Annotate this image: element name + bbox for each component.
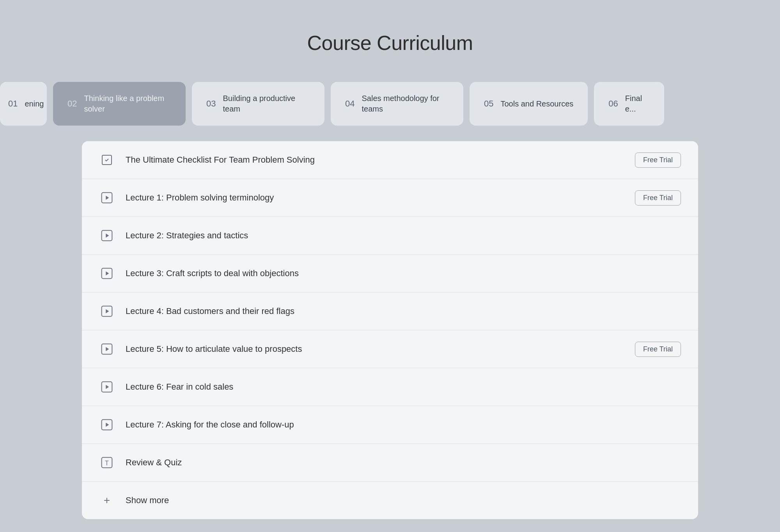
play-icon-3 bbox=[99, 266, 115, 281]
tab-01[interactable]: 01 ening bbox=[0, 82, 47, 126]
row-lecture-3-text: Lecture 3: Craft scripts to deal with ob… bbox=[126, 268, 681, 278]
play-icon-7 bbox=[99, 417, 115, 433]
svg-marker-14 bbox=[106, 423, 109, 427]
row-lecture-4-text: Lecture 4: Bad customers and their red f… bbox=[126, 306, 681, 316]
row-checklist-text: The Ultimate Checklist For Team Problem … bbox=[126, 155, 627, 165]
tab-02[interactable]: 02 Thinking like a problem solver bbox=[53, 82, 186, 126]
row-lecture-2-text: Lecture 2: Strategies and tactics bbox=[126, 231, 681, 241]
row-lecture-1: Lecture 1: Problem solving terminology F… bbox=[82, 179, 698, 217]
play-icon-1 bbox=[99, 190, 115, 206]
tab-02-label: Thinking like a problem solver bbox=[84, 93, 171, 114]
row-lecture-7: Lecture 7: Asking for the close and foll… bbox=[82, 406, 698, 444]
row-checklist: The Ultimate Checklist For Team Problem … bbox=[82, 141, 698, 179]
quiz-icon: T bbox=[99, 455, 115, 470]
tab-04[interactable]: 04 Sales methodology for teams bbox=[331, 82, 463, 126]
play-icon-5 bbox=[99, 341, 115, 357]
document-icon bbox=[99, 152, 115, 168]
row-lecture-3: Lecture 3: Craft scripts to deal with ob… bbox=[82, 255, 698, 293]
tab-01-number: 01 bbox=[8, 99, 18, 109]
show-more-row[interactable]: + Show more bbox=[82, 482, 698, 519]
free-trial-button-lecture-5[interactable]: Free Trial bbox=[635, 342, 681, 357]
svg-marker-12 bbox=[106, 385, 109, 389]
tab-03-label: Building a productive team bbox=[223, 93, 310, 114]
tab-02-number: 02 bbox=[67, 99, 77, 109]
tab-05-number: 05 bbox=[484, 99, 493, 109]
page-container: Course Curriculum 01 ening 02 Thinking l… bbox=[0, 0, 780, 519]
free-trial-button-checklist[interactable]: Free Trial bbox=[635, 153, 681, 168]
svg-text:T: T bbox=[105, 460, 109, 466]
tab-03[interactable]: 03 Building a productive team bbox=[192, 82, 324, 126]
row-quiz-text: Review & Quiz bbox=[126, 458, 681, 468]
free-trial-button-lecture-1[interactable]: Free Trial bbox=[635, 190, 681, 206]
page-title: Course Curriculum bbox=[307, 31, 473, 55]
row-lecture-1-text: Lecture 1: Problem solving terminology bbox=[126, 193, 627, 203]
tab-05-label: Tools and Resources bbox=[500, 99, 573, 109]
row-lecture-2: Lecture 2: Strategies and tactics bbox=[82, 217, 698, 255]
row-lecture-7-text: Lecture 7: Asking for the close and foll… bbox=[126, 420, 681, 430]
play-icon-2 bbox=[99, 228, 115, 243]
tab-01-label: ening bbox=[25, 99, 44, 109]
row-quiz: T Review & Quiz bbox=[82, 444, 698, 482]
row-lecture-5: Lecture 5: How to articulate value to pr… bbox=[82, 330, 698, 368]
svg-marker-4 bbox=[106, 234, 109, 238]
tab-06-number: 06 bbox=[608, 99, 618, 109]
row-lecture-6-text: Lecture 6: Fear in cold sales bbox=[126, 382, 681, 392]
play-icon-6 bbox=[99, 379, 115, 395]
svg-marker-10 bbox=[106, 347, 109, 351]
tab-06-label: Final e... bbox=[625, 93, 650, 114]
tab-04-number: 04 bbox=[345, 99, 355, 109]
tab-06[interactable]: 06 Final e... bbox=[594, 82, 664, 126]
tabs-wrapper: 01 ening 02 Thinking like a problem solv… bbox=[0, 82, 780, 126]
row-lecture-4: Lecture 4: Bad customers and their red f… bbox=[82, 293, 698, 330]
tab-04-label: Sales methodology for teams bbox=[362, 93, 449, 114]
show-more-text: Show more bbox=[126, 495, 169, 505]
plus-icon: + bbox=[99, 493, 115, 508]
tab-03-number: 03 bbox=[206, 99, 216, 109]
svg-marker-8 bbox=[106, 309, 109, 314]
content-panel: The Ultimate Checklist For Team Problem … bbox=[82, 141, 698, 519]
svg-marker-2 bbox=[106, 196, 109, 200]
tabs-container: 01 ening 02 Thinking like a problem solv… bbox=[0, 82, 780, 126]
play-icon-4 bbox=[99, 303, 115, 319]
tab-05[interactable]: 05 Tools and Resources bbox=[470, 82, 588, 126]
svg-marker-6 bbox=[106, 271, 109, 276]
row-lecture-5-text: Lecture 5: How to articulate value to pr… bbox=[126, 344, 627, 354]
row-lecture-6: Lecture 6: Fear in cold sales bbox=[82, 368, 698, 406]
